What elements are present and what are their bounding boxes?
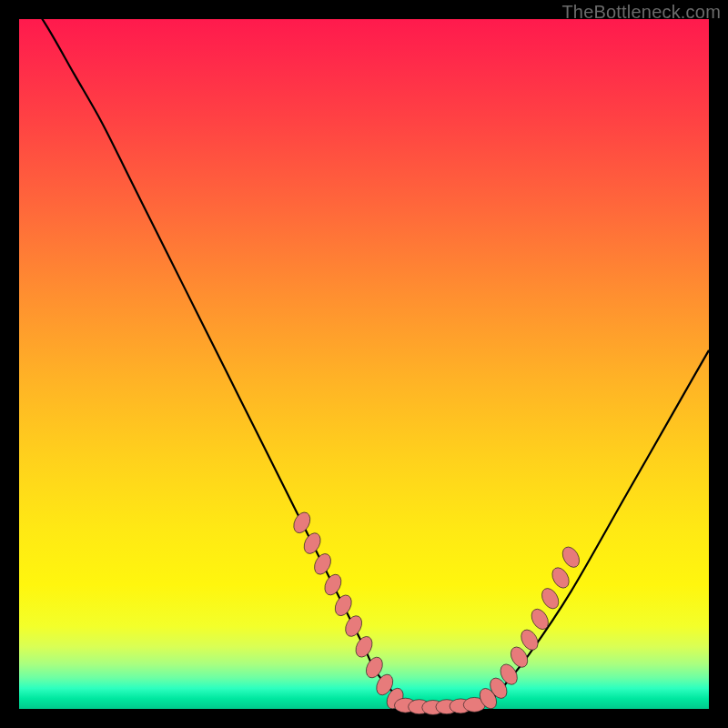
data-marker bbox=[342, 613, 365, 640]
data-marker bbox=[311, 551, 334, 577]
data-marker bbox=[352, 633, 375, 660]
data-marker bbox=[301, 531, 324, 557]
data-marker bbox=[549, 565, 572, 592]
data-marker bbox=[539, 585, 562, 612]
data-marker bbox=[321, 571, 344, 598]
data-marker bbox=[290, 510, 313, 536]
chart-frame: TheBottleneck.com bbox=[0, 0, 728, 728]
plot-area bbox=[19, 19, 709, 709]
data-marker bbox=[559, 544, 582, 571]
data-marker bbox=[332, 592, 355, 619]
chart-svg bbox=[19, 19, 709, 709]
bottleneck-curve bbox=[19, 0, 709, 710]
watermark-text: TheBottleneck.com bbox=[561, 2, 721, 23]
markers-group bbox=[290, 510, 582, 714]
